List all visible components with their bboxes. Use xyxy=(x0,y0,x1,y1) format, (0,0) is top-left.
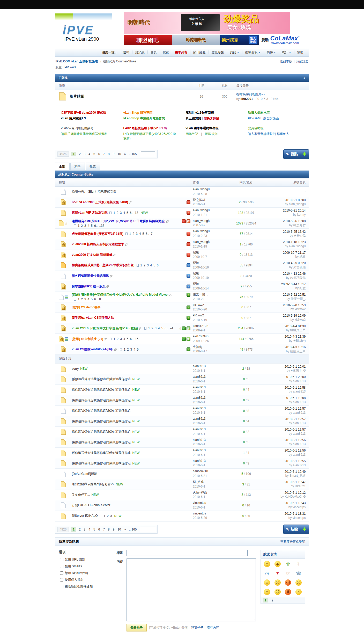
content-textarea[interactable] xyxy=(127,558,256,621)
thread-page-link[interactable]: 1 xyxy=(78,224,80,228)
thread-page-link[interactable]: 2 xyxy=(117,337,119,341)
announce-link-text[interactable]: vLan 常見問題使用參考 xyxy=(61,126,93,130)
thread-title-link[interactable]: vLan2900 好友功能 詳細圖解 xyxy=(72,253,113,257)
new-thread-button[interactable]: ✎新貼 ✚ xyxy=(283,525,309,534)
breadcrumb-home-link[interactable]: IPvE.COM vLan 互聯對戰論壇 xyxy=(56,59,98,64)
thread-page-link[interactable]: 2 xyxy=(133,232,135,236)
tab-全部[interactable]: 全部 xyxy=(55,163,70,170)
sob-smiley[interactable]: ☹ xyxy=(274,589,281,595)
thread-page-link[interactable]: 4 xyxy=(123,211,125,215)
lastpost-user-link[interactable]: alan8913 xyxy=(293,411,306,415)
thread-title-link[interactable]: 新手需知: vLan CS區使用方法 xyxy=(72,316,114,320)
thread-title-link[interactable]: vLan CS區既ventrilo[24小時] xyxy=(72,347,114,352)
thread-title-link[interactable]: 係你追我係你追我係你追我係你追我係你追 xyxy=(72,430,131,434)
page-link-3[interactable]: 3 xyxy=(82,527,87,532)
thread-page-link[interactable]: 2 xyxy=(144,264,145,267)
lastpost-user-link[interactable]: Iska021 xyxy=(295,484,306,488)
thread-title-link[interactable]: 係你追我係你追我係你追我係你追我係你追 xyxy=(72,461,131,466)
thread-title-link[interactable]: [教學] cs自制噴漆 (01) xyxy=(72,337,103,341)
page-link-7[interactable]: 7 xyxy=(101,152,106,156)
thread-page-link[interactable]: 3 xyxy=(136,232,138,236)
thread-title-link[interactable]: 係你追我係你追我係你追我係你追我係你追 xyxy=(72,419,131,424)
thread-author-link[interactable]: alan8913 xyxy=(193,417,206,420)
thread-title-link[interactable]: 係你追我係你追我係你追我係你追我係你追 xyxy=(72,440,131,445)
announce-link-text[interactable]: | xyxy=(198,132,205,136)
handshake-smiley[interactable]: ☞ xyxy=(285,570,291,576)
thread-author-link[interactable]: 借栗一憶_. xyxy=(193,293,208,296)
thread-title-link[interactable]: 係你追我係你追我係你追我係你追我係你追 xyxy=(72,451,131,455)
announce-link[interactable]: 立即下載 IPvE vLan2900 正式版 xyxy=(61,110,116,115)
announce-link-text[interactable]: vLan Shop 服務專區 xyxy=(123,111,153,114)
announce-link-text[interactable]: 請大家遵守論壇規則 尊重他人 xyxy=(248,132,289,136)
moderator-link[interactable]: kk1ww2 xyxy=(64,66,76,69)
devil-smiley[interactable]: ☠ xyxy=(285,589,291,595)
thread-author-link[interactable]: caution718 xyxy=(193,469,208,473)
sad-smiley[interactable]: ☹ xyxy=(295,579,302,586)
lastpost-user-link[interactable]: vincentps xyxy=(293,516,306,520)
thread-page-link[interactable]: 3 xyxy=(110,514,112,518)
thread-page-link[interactable]: 6.. xyxy=(146,232,149,236)
nav-item-控制面板[interactable]: 控制面板▼ xyxy=(242,50,264,54)
thread-page-link[interactable]: 2 xyxy=(81,224,83,228)
lastpost-user-link[interactable]: alan_wong8 xyxy=(289,244,306,248)
nav-item-借栗一憶_.[interactable]: 借栗一憶_. xyxy=(99,50,120,54)
thread-page-link[interactable]: 4 xyxy=(139,232,141,236)
thread-author-link[interactable]: alan_wong8 xyxy=(193,187,210,191)
thread-page-link[interactable]: 5 xyxy=(137,348,139,351)
lastpost-user-link[interactable]: alan8913 xyxy=(293,390,306,393)
thread-page-link[interactable]: 3 xyxy=(155,326,157,330)
announce-link-text[interactable]: 團戰規則 xyxy=(205,132,218,136)
thread-page-link[interactable]: 7 xyxy=(151,232,153,236)
thread-title-link[interactable]: [DeAd GamE]活動 xyxy=(72,472,97,476)
lastpost-user-link[interactable]: ★神☆偉 xyxy=(294,234,306,237)
thread-author-link[interactable]: alan_wong8 xyxy=(193,229,210,233)
nav-item-團隊列表[interactable]: 團隊列表 xyxy=(172,50,190,54)
announce-link-text[interactable]: 真三國無雙 xyxy=(186,117,201,120)
thread-author-link[interactable]: 火燒×杯面 xyxy=(193,491,207,494)
thread-page-link[interactable]: 4 xyxy=(133,348,135,351)
thread-author-link[interactable]: a26706940 xyxy=(193,335,209,338)
thread-title-link[interactable]: 請各FPS團隊盡快登記團隊 xyxy=(72,274,109,278)
smile-smiley[interactable]: ☺ xyxy=(264,561,270,567)
thread-author-link[interactable]: kk1ww2 xyxy=(193,303,204,307)
nav-item-短消息[interactable]: 短消息 xyxy=(132,50,147,54)
announce-link[interactable]: vLan Shop 專業推介電腦套裝 xyxy=(123,116,179,121)
lastpost-user-link[interactable]: ●迷戀 I nG xyxy=(291,369,306,372)
curious-smiley[interactable]: ◔ xyxy=(295,589,302,595)
nav-item-插件[interactable]: 插件▼ xyxy=(264,50,279,54)
option-checkbox[interactable] xyxy=(60,585,63,588)
thread-page-link[interactable]: 4 xyxy=(123,337,125,341)
thread-page-link[interactable]: 6.. xyxy=(130,337,133,341)
thread-page-link[interactable]: 2 xyxy=(127,348,129,351)
thread-title-link[interactable]: 射擊遊戲(FPS) 統一版規 xyxy=(72,284,106,289)
lastpost-user-link[interactable]: vincentps xyxy=(293,505,306,509)
page-link-9[interactable]: 9 xyxy=(111,152,116,156)
announce-link-text[interactable]: PC-GAME 綜合討論區 xyxy=(248,117,279,120)
thread-title-link[interactable]: 新Server-EXHALO xyxy=(72,514,98,518)
subforum-link[interactable]: 影片貼圖 xyxy=(70,94,84,98)
thread-title-link[interactable]: 有關EXHALO-Zombi Server xyxy=(72,503,110,507)
thread-page-link[interactable]: 1 xyxy=(113,211,115,215)
announce-link-text[interactable]: 請用戶提問時候儘量提供詳細資料 xyxy=(61,132,108,136)
thread-title-link[interactable]: sorry xyxy=(72,367,79,371)
lastpost-user-link[interactable]: 火雲狐仙 xyxy=(293,265,306,269)
lastpost-user-link[interactable]: alan8913 xyxy=(293,421,306,425)
thread-page-link[interactable]: 2 xyxy=(107,514,109,518)
thread-author-link[interactable]: vincentps xyxy=(193,501,206,505)
announce-link[interactable]: 團隊登記 | 團戰規則 xyxy=(186,132,241,136)
clear-content-link[interactable]: 清空內容 xyxy=(206,626,219,630)
announce-link-text[interactable]: 論壇人氣吹水區 xyxy=(248,111,270,114)
kiss-smiley[interactable]: ♥ xyxy=(274,570,281,576)
page-link-2[interactable]: 2 xyxy=(77,152,82,156)
nav-item-我的[interactable]: 我的▼ xyxy=(227,50,242,54)
thread-title-link[interactable]: 係你追我係你追我係你追我係你追我係你追 xyxy=(72,388,131,392)
lastpost-user-link[interactable]: alan8913 xyxy=(293,463,306,467)
announce-link-text[interactable]: 信長之野望 xyxy=(204,117,219,120)
lastpost-user-link[interactable]: alan8913 xyxy=(293,453,306,456)
announce-link[interactable]: 魔獸III v1.24e更新檔 xyxy=(186,110,241,115)
thread-page-link[interactable]: 6.. xyxy=(130,211,133,215)
thread-page-link[interactable]: 5 xyxy=(127,211,128,215)
hug-smiley[interactable]: ✿ xyxy=(285,561,291,567)
thread-page-link[interactable]: 3 xyxy=(84,297,86,301)
page-link-10[interactable]: 10 xyxy=(116,527,122,532)
